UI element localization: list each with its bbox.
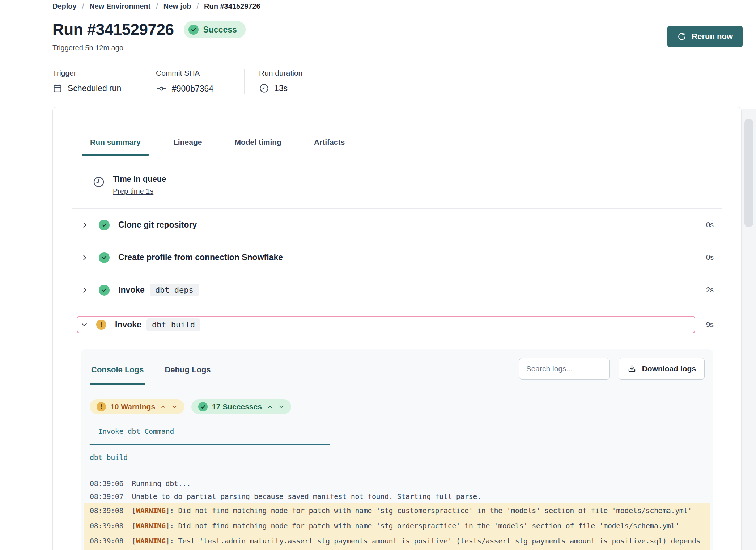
tab-lineage[interactable]: Lineage [165, 138, 210, 156]
step-label: Clone git repository [118, 220, 197, 230]
breadcrumb-separator: / [196, 2, 199, 10]
log-timestamp: 08:39:08 [90, 506, 132, 515]
step-duration: 2s [706, 286, 714, 294]
chevron-right-icon [81, 286, 89, 294]
log-warning-line: 08:39:08 [WARNING]: Test 'test.admin_mat… [84, 533, 710, 550]
check-icon [188, 25, 199, 35]
breadcrumb-link[interactable]: New Environment [89, 2, 150, 10]
console-header: Console LogsDebug Logs Download logs [90, 349, 705, 384]
warnings-badge[interactable]: !10 Warnings [90, 399, 184, 414]
log-timestamp: 08:39:06 [90, 479, 132, 488]
step-duration: 9s [706, 321, 714, 329]
successes-badge[interactable]: 17 Successes [191, 399, 291, 414]
caret-up-icon[interactable] [160, 404, 166, 410]
console-log-output: Invoke dbt Command──────────────────────… [90, 425, 705, 550]
step-highlight-box[interactable]: !Invokedbt build [77, 316, 695, 333]
step-label: Invoke [118, 285, 145, 295]
rerun-now-label: Rerun now [692, 32, 733, 41]
warning-tag: WARNING [136, 506, 166, 515]
log-timestamp: 08:39:08 [90, 537, 132, 545]
download-logs-button[interactable]: Download logs [619, 358, 705, 380]
calendar-icon [52, 83, 63, 93]
step-list: Clone git repository0sCreate profile fro… [72, 209, 722, 349]
meta-column: Run duration13s [245, 69, 302, 94]
step-command-chip: dbt deps [150, 284, 199, 296]
chevron-right-icon [81, 254, 89, 262]
download-logs-label: Download logs [642, 364, 696, 373]
tab-artifacts[interactable]: Artifacts [306, 138, 353, 156]
breadcrumb-current: Run #341529726 [204, 2, 260, 10]
check-icon [198, 402, 208, 411]
console-controls: Download logs [519, 358, 705, 380]
badge-label: 17 Successes [212, 402, 262, 411]
tab-model-timing[interactable]: Model timing [226, 138, 290, 156]
log-warning-line: 08:39:08 [WARNING]: Did not find matchin… [84, 518, 710, 533]
chevron-down-icon [80, 321, 88, 329]
rerun-now-button[interactable]: Rerun now [667, 26, 743, 47]
status-label: Success [203, 25, 237, 35]
step-label: Invoke [115, 320, 141, 330]
meta-column: Commit SHA#900b7364 [141, 69, 245, 94]
clock-icon [259, 83, 269, 93]
log-line: 08:39:07 Unable to do partial parsing be… [90, 490, 705, 503]
meta-value-text: 13s [274, 84, 288, 93]
triggered-timestamp: Triggered 5h 12m ago [52, 44, 756, 52]
caret-down-icon[interactable] [171, 404, 178, 410]
clock-icon [93, 174, 105, 195]
log-command-line: ────────────────────────────────────────… [90, 438, 705, 451]
caret-down-icon[interactable] [278, 404, 284, 410]
console-panel: Console LogsDebug Logs Download logs !10… [81, 349, 713, 550]
log-blank-line [90, 464, 705, 477]
step-row: !Invokedbt build9s [72, 306, 722, 349]
success-check-icon [99, 285, 110, 296]
log-tabs: Console LogsDebug Logs [90, 349, 212, 384]
queue-title: Time in queue [113, 174, 166, 184]
run-detail-page: Deploy/New Environment/New job/Run #3415… [0, 0, 756, 550]
step-row[interactable]: Clone git repository0s [72, 209, 722, 241]
step-duration: 0s [706, 221, 714, 229]
warning-icon: ! [97, 402, 106, 411]
run-meta-row: TriggerScheduled runCommit SHA#900b7364R… [52, 69, 756, 94]
chevron-right-icon [81, 221, 89, 229]
meta-value: #900b7364 [156, 83, 244, 94]
badge-label: 10 Warnings [110, 402, 155, 411]
caret-up-icon[interactable] [267, 404, 273, 410]
scrollbar-thumb[interactable] [744, 119, 753, 227]
search-logs-input[interactable] [519, 358, 610, 380]
meta-value: 13s [259, 83, 302, 93]
main-tabs: Run summaryLineageModel timingArtifacts [72, 138, 722, 155]
breadcrumb-link[interactable]: New job [163, 2, 191, 10]
log-timestamp: 08:39:07 [90, 492, 132, 501]
step-row[interactable]: Invokedbt deps2s [72, 274, 722, 306]
log-command-line: dbt build [90, 451, 705, 464]
success-check-icon [99, 220, 110, 230]
refresh-icon [677, 32, 687, 41]
meta-label: Commit SHA [156, 69, 244, 77]
meta-value-text: #900b7364 [172, 84, 213, 94]
breadcrumb-link[interactable]: Deploy [52, 2, 77, 10]
tab-console-logs[interactable]: Console Logs [90, 349, 145, 385]
meta-column: TriggerScheduled run [52, 69, 141, 94]
scrollbar-track[interactable] [742, 109, 756, 550]
log-timestamp: 08:39:08 [90, 521, 132, 530]
warning-icon: ! [96, 320, 106, 330]
warning-tag: WARNING [136, 521, 166, 530]
log-warning-line: 08:39:08 [WARNING]: Did not find matchin… [84, 503, 710, 518]
meta-value-text: Scheduled run [68, 84, 121, 93]
meta-label: Run duration [259, 69, 302, 77]
breadcrumb-separator: / [156, 2, 158, 10]
time-in-queue-section: Time in queue Prep time 1s [72, 155, 722, 209]
step-label: Create profile from connection Snowflake [118, 253, 283, 262]
log-line: 08:39:06 Running dbt... [90, 477, 705, 490]
warning-tag: WARNING [136, 537, 166, 545]
run-summary-card: Run summaryLineageModel timingArtifacts … [52, 107, 742, 550]
breadcrumb-separator: / [82, 2, 84, 10]
prep-time-link[interactable]: Prep time 1s [113, 187, 153, 195]
tab-run-summary[interactable]: Run summary [82, 138, 149, 156]
step-row[interactable]: Create profile from connection Snowflake… [72, 241, 722, 274]
meta-label: Trigger [52, 69, 141, 77]
meta-value: Scheduled run [52, 83, 141, 93]
download-icon [627, 364, 637, 373]
page-title: Run #341529726 [52, 21, 174, 39]
tab-debug-logs[interactable]: Debug Logs [163, 349, 212, 385]
